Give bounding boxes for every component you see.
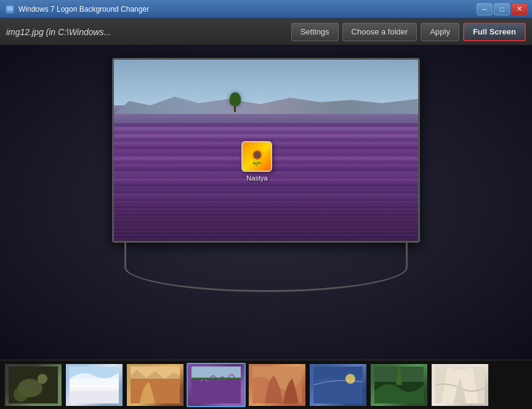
- toolbar: img12.jpg (in C:\Windows... Settings Cho…: [0, 18, 532, 46]
- thumb-image-6: [310, 364, 366, 406]
- svg-rect-2: [8, 12, 12, 13]
- user-name-label: Nastya: [246, 174, 267, 182]
- svg-rect-12: [191, 366, 241, 379]
- settings-button[interactable]: Settings: [291, 23, 339, 41]
- user-icon-image: 🌻: [246, 147, 268, 167]
- apply-button[interactable]: Apply: [421, 23, 459, 41]
- thumb-image-4: [188, 364, 244, 406]
- thumbnail-3[interactable]: [126, 363, 185, 407]
- thumbnail-4[interactable]: [187, 363, 246, 407]
- thumb-image-8: [432, 364, 488, 406]
- monitor-stand: [112, 243, 420, 280]
- thumbnail-5[interactable]: [248, 363, 307, 407]
- thumbnail-strip: [0, 360, 532, 409]
- user-avatar: 🌻: [241, 141, 272, 172]
- title-bar: Windows 7 Logon Background Changer ─ □ ✕: [0, 0, 532, 18]
- minimize-button[interactable]: ─: [477, 3, 493, 15]
- preview-area: 🌻 Nastya: [0, 46, 532, 360]
- preview-background: 🌻 Nastya: [114, 60, 418, 241]
- thumb-image-5: [249, 364, 305, 406]
- thumbnail-2[interactable]: [65, 363, 124, 407]
- thumb-image-7: [371, 364, 427, 406]
- svg-rect-1: [7, 6, 13, 11]
- tree-element: [230, 92, 241, 112]
- svg-point-6: [14, 387, 28, 402]
- thumbnail-7[interactable]: [369, 363, 429, 407]
- svg-rect-11: [131, 379, 180, 403]
- app-icon: [5, 4, 15, 14]
- tree-crown: [230, 92, 241, 106]
- thumbnail-6[interactable]: [308, 363, 368, 407]
- thumb-image-3: [127, 364, 183, 406]
- restore-button[interactable]: □: [494, 3, 510, 15]
- thumb-image-2: [66, 364, 123, 406]
- fullscreen-button[interactable]: Full Screen: [463, 23, 526, 41]
- window-controls: ─ □ ✕: [477, 3, 527, 15]
- svg-rect-13: [191, 379, 241, 403]
- sky-layer: [114, 60, 418, 105]
- preview-frame: 🌻 Nastya: [112, 58, 420, 243]
- stand-arc: [124, 243, 408, 292]
- close-button[interactable]: ✕: [511, 3, 527, 15]
- choose-folder-button[interactable]: Choose a folder: [342, 23, 417, 41]
- svg-point-5: [38, 374, 47, 384]
- tree-trunk: [234, 106, 236, 112]
- thumbnail-8[interactable]: [430, 363, 490, 407]
- monitor-container: 🌻 Nastya: [112, 58, 420, 280]
- window-title: Windows 7 Logon Background Changer: [18, 5, 477, 14]
- svg-point-18: [345, 374, 355, 384]
- filename-label: img12.jpg (in C:\Windows...: [6, 27, 288, 37]
- svg-rect-14: [191, 378, 241, 379]
- user-display: 🌻 Nastya: [241, 141, 272, 182]
- thumbnail-1[interactable]: [4, 363, 63, 407]
- thumb-image-1: [5, 364, 62, 406]
